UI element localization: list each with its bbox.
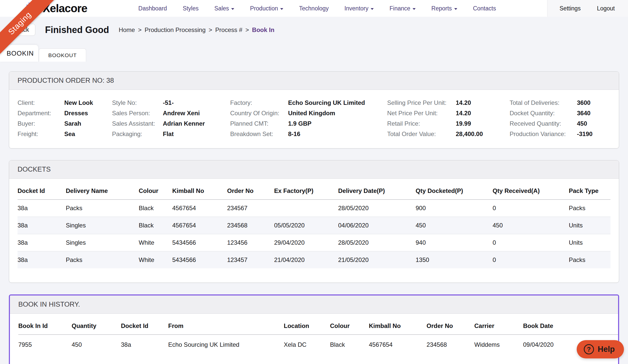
dockets-table: Docket Id Delivery Name Colour Kimball N…	[18, 180, 610, 268]
history-header-row: Book In Id Quantity Docket Id From Locat…	[18, 315, 619, 335]
field-label: Country Of Origin:	[230, 108, 288, 118]
table-cell: 5434566	[172, 234, 227, 251]
nav-styles[interactable]: Styles	[183, 5, 199, 12]
nav-sales[interactable]: Sales	[214, 5, 234, 12]
table-cell: 234567	[227, 200, 274, 217]
table-cell: 5434566	[172, 251, 227, 268]
nav-finance[interactable]: Finance	[389, 5, 416, 12]
help-button[interactable]: ? Help	[577, 340, 624, 358]
column-header: Book In Id	[18, 315, 72, 335]
field-column: Client:New LookDepartment:DressesBuyer:S…	[18, 97, 112, 139]
chevron-down-icon	[231, 8, 234, 10]
column-header: Colour	[139, 180, 172, 200]
field-label: Breakdown Set:	[230, 129, 288, 139]
table-cell: 450	[72, 335, 121, 354]
field-label: Client:	[18, 97, 64, 108]
breadcrumb-production-processing[interactable]: Production Processing	[145, 26, 206, 34]
table-cell: Black	[330, 335, 369, 354]
breadcrumb: Home > Production Processing > Process #…	[119, 26, 274, 34]
settings-link[interactable]: Settings	[560, 5, 581, 12]
field-label: Received Quantity:	[510, 118, 577, 129]
breadcrumb-process[interactable]: Process #	[215, 26, 242, 34]
column-header: Order No	[427, 315, 474, 335]
field-label: Buyer:	[18, 118, 64, 129]
field-value: United Kingdom	[288, 108, 387, 118]
table-cell: 21/04/2020	[274, 251, 338, 268]
field-column: Selling Price Per Unit:14.20Net Price Pe…	[387, 97, 510, 139]
column-header: Qty Received(A)	[493, 180, 569, 200]
table-row: 38aSinglesBlack456765423456805/05/202004…	[18, 217, 610, 234]
top-bar-right: Settings Logout	[547, 0, 628, 17]
page-title: Finished Good	[45, 25, 109, 35]
field-label: Total Order Value:	[387, 129, 456, 139]
table-cell: Singles	[66, 217, 139, 234]
logout-link[interactable]: Logout	[597, 5, 615, 12]
nav-inventory[interactable]: Inventory	[344, 5, 374, 12]
nav-production[interactable]: Production	[250, 5, 283, 12]
field-label: Factory:	[230, 97, 288, 108]
nav-contacts[interactable]: Contacts	[473, 5, 496, 12]
table-cell: 1350	[416, 251, 493, 268]
column-header: From	[168, 315, 284, 335]
field-value: 8-16	[288, 129, 387, 139]
field-label: Retail Price:	[387, 118, 456, 129]
field-value: Dresses	[64, 108, 112, 118]
field-value: -51-	[163, 97, 230, 108]
tab-bookout[interactable]: BOOKOUT	[39, 48, 86, 62]
field-value: 14.20	[456, 108, 510, 118]
field-value: Sarah	[64, 118, 112, 129]
table-row: 38aPacksWhite543456612345721/04/202021/0…	[18, 251, 610, 268]
column-header: Order No	[227, 180, 274, 200]
field-value: -3190	[577, 129, 610, 139]
table-cell: Echo Sourcing UK Limited	[168, 335, 284, 354]
field-value: 19.99	[456, 118, 510, 129]
field-value: Adrian Kenner	[163, 118, 230, 129]
tab-bookin[interactable]: BOOKIN	[0, 45, 38, 62]
nav-reports[interactable]: Reports	[431, 5, 457, 12]
main-content: PRODUCTION ORDER NO: 38 Client:New LookD…	[0, 62, 628, 364]
column-header: Docket Id	[121, 315, 168, 335]
field-value: Flat	[163, 129, 230, 139]
table-cell: Black	[139, 217, 172, 234]
field-value: 1.9 GBP	[288, 118, 387, 129]
field-value: Andrew Xeni	[163, 108, 230, 118]
nav-dashboard[interactable]: Dashboard	[138, 5, 167, 12]
main-nav: Dashboard Styles Sales Production Techno…	[87, 5, 547, 12]
field-label: Sales Assistant:	[112, 118, 163, 129]
logo[interactable]: Xelacore	[24, 1, 87, 16]
production-order-panel-title: PRODUCTION ORDER NO: 38	[9, 72, 619, 90]
table-cell: 7955	[18, 335, 72, 354]
table-cell: 38a	[121, 335, 168, 354]
table-cell: Packs	[569, 200, 610, 217]
column-header: Qty Docketed(P)	[416, 180, 493, 200]
table-cell: Packs	[66, 200, 139, 217]
table-cell: Black	[139, 200, 172, 217]
nav-technology[interactable]: Technology	[299, 5, 328, 12]
column-header: Docket Id	[18, 180, 66, 200]
field-value: Sea	[64, 129, 112, 139]
back-button[interactable]: Back	[10, 24, 35, 36]
table-cell: 234568	[427, 335, 474, 354]
field-label: Freight:	[18, 129, 64, 139]
field-label: Net Price Per Unit:	[387, 108, 456, 118]
table-cell: 09/04/2020	[523, 335, 582, 354]
dockets-panel-title: DOCKETS	[9, 160, 619, 179]
breadcrumb-current: Book In	[252, 26, 274, 34]
field-value: 14.20	[456, 97, 510, 108]
column-header: Delivery Date(P)	[338, 180, 416, 200]
breadcrumb-home[interactable]: Home	[119, 26, 135, 34]
field-value: 28,400.00	[456, 129, 510, 139]
table-cell: 28/05/2020	[338, 234, 416, 251]
chevron-down-icon	[413, 8, 416, 10]
column-header: Ex Factory(P)	[274, 180, 338, 200]
table-cell: 29/04/2020	[274, 234, 338, 251]
table-cell: 940	[416, 234, 493, 251]
field-label: Sales Person:	[112, 108, 163, 118]
table-cell: 900	[416, 200, 493, 217]
field-label: Total of Deliveries:	[510, 97, 577, 108]
column-header-actions	[601, 315, 619, 335]
page-head: Back Finished Good Home > Production Pro…	[0, 17, 628, 36]
chevron-down-icon	[280, 8, 283, 10]
column-header-actions	[582, 315, 601, 335]
table-cell: 0	[493, 234, 569, 251]
